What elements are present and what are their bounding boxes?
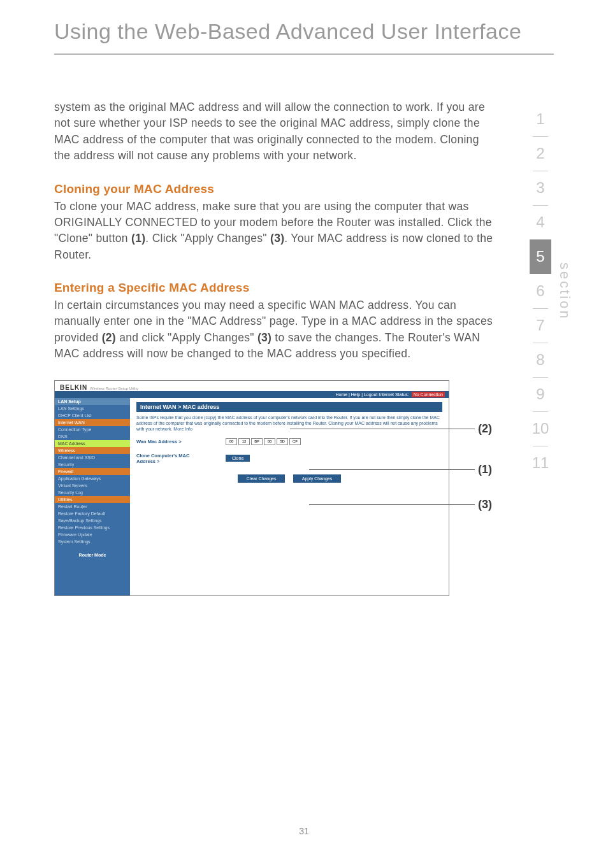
entering-paragraph: In certain circumstances you may need a … [54,297,496,362]
ref-3b: (3) [257,331,271,344]
section-nav: 1 2 3 4 5 6 7 8 9 10 11 section [530,102,573,480]
router-screenshot: BELKIN Wireless Router Setup Utility Hom… [54,380,449,596]
nav-lan-setup[interactable]: LAN Setup [55,398,130,405]
callout-3: (3) [478,498,492,511]
nav-mac-address[interactable]: MAC Address [55,440,130,447]
section-link-5[interactable]: 5 [530,239,551,274]
ref-3a: (3) [270,232,284,245]
callout-1: (1) [478,463,492,476]
page-number: 31 [0,826,608,836]
section-link-3[interactable]: 3 [530,171,551,205]
nav-channel-ssid[interactable]: Channel and SSID [55,454,130,461]
belkin-logo: BELKIN Wireless Router Setup Utility [60,384,138,391]
nav-security[interactable]: Security [55,461,130,468]
content-area: system as the original MAC address and w… [0,55,608,596]
mac-input-1[interactable] [226,438,237,445]
page-title: Using the Web-Based Advanced User Interf… [0,0,608,50]
router-main-panel: Internet WAN > MAC address Some ISPs req… [130,398,449,595]
nav-firewall[interactable]: Firewall [55,468,130,475]
cloning-paragraph: To clone your MAC address, make sure tha… [54,199,496,264]
nav-utilities[interactable]: Utilities [55,496,130,503]
section-link-2[interactable]: 2 [530,136,551,171]
section-numbers: 1 2 3 4 5 6 7 8 9 10 11 [530,102,551,480]
router-sidebar: LAN Setup LAN Settings DHCP Client List … [55,398,130,595]
panel-title: Internet WAN > MAC address [136,402,442,412]
cloning-text-mid: . Click "Apply Changes" [145,232,270,245]
clone-mac-label: Clone Computer's MAC Address > [136,453,206,464]
clone-button[interactable]: Clone [226,455,250,462]
callout-2: (2) [478,422,492,436]
nav-dns[interactable]: DNS [55,433,130,440]
mac-input-3[interactable] [251,438,263,445]
nav-system[interactable]: System Settings [55,538,130,545]
nav-restore-defaults[interactable]: Restore Factory Default [55,510,130,517]
ref-2: (2) [102,331,116,344]
section-link-9[interactable]: 9 [530,377,551,411]
screenshot-wrapper: BELKIN Wireless Router Setup Utility Hom… [54,380,496,596]
clone-mac-row: Clone Computer's MAC Address > Clone [136,449,442,468]
router-body: LAN Setup LAN Settings DHCP Client List … [55,398,449,595]
entering-text-mid: and click "Apply Changes" [116,331,257,344]
nav-dhcp-client[interactable]: DHCP Client List [55,412,130,419]
button-row: Clear Changes Apply Changes [136,468,442,489]
section-link-11[interactable]: 11 [530,446,551,480]
section-label: section [556,262,573,320]
brand-subtitle: Wireless Router Setup Utility [90,387,138,390]
ref-1: (1) [131,232,145,245]
wan-mac-label: Wan Mac Address > [136,439,206,445]
cloning-heading: Cloning your MAC Address [54,182,496,196]
nav-router-mode: Router Mode [55,545,130,565]
nav-conn-type[interactable]: Connection Type [55,426,130,433]
nav-firmware[interactable]: Firmware Update [55,531,130,538]
nav-wireless[interactable]: Wireless [55,447,130,454]
panel-description: Some ISPs require that you clone (copy) … [136,412,442,434]
intro-paragraph: system as the original MAC address and w… [54,99,496,164]
section-link-4[interactable]: 4 [530,205,551,239]
wan-mac-row: Wan Mac Address > [136,434,442,449]
mac-input-group [226,438,308,445]
nav-app-gateways[interactable]: Application Gateways [55,475,130,482]
mac-input-5[interactable] [277,438,288,445]
clear-changes-button[interactable]: Clear Changes [238,474,286,483]
router-header: BELKIN Wireless Router Setup Utility [55,381,449,391]
entering-heading: Entering a Specific MAC Address [54,281,496,295]
mac-input-6[interactable] [289,438,301,445]
nav-restore-prev[interactable]: Restore Previous Settings [55,524,130,531]
section-link-8[interactable]: 8 [530,343,551,377]
brand-text: BELKIN [60,384,87,391]
callout-line-3 [309,504,475,505]
callout-line-2 [290,429,475,429]
mac-input-4[interactable] [264,438,275,445]
nav-restart[interactable]: Restart Router [55,503,130,510]
status-bar: Home | Help | Logout Internet Status: No… [55,391,449,398]
status-value: No Connection [412,392,445,397]
section-link-10[interactable]: 10 [530,411,551,446]
section-link-6[interactable]: 6 [530,274,551,308]
section-link-1[interactable]: 1 [530,102,551,136]
status-links[interactable]: Home | Help | Logout Internet Status: [335,392,409,397]
nav-save-backup[interactable]: Save/Backup Settings [55,517,130,524]
apply-changes-button[interactable]: Apply Changes [293,474,341,483]
section-link-7[interactable]: 7 [530,308,551,343]
nav-virtual-servers[interactable]: Virtual Servers [55,482,130,489]
nav-lan-settings[interactable]: LAN Settings [55,405,130,412]
nav-security-log[interactable]: Security Log [55,489,130,496]
callout-line-1 [309,469,475,470]
mac-input-2[interactable] [238,438,250,445]
nav-internet-wan[interactable]: Internet WAN [55,419,130,426]
